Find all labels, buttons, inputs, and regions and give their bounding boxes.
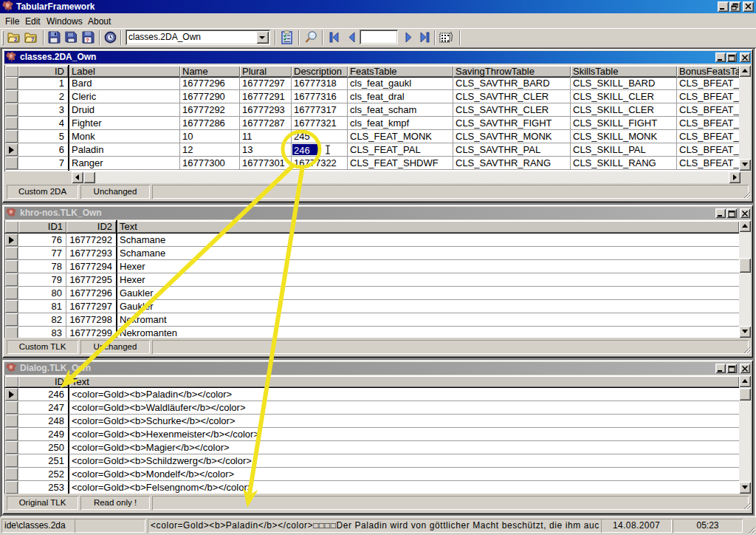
svg-text:2: 2 <box>14 36 18 43</box>
svg-text:7: 7 <box>31 36 35 43</box>
svg-text:?: ? <box>86 37 89 44</box>
